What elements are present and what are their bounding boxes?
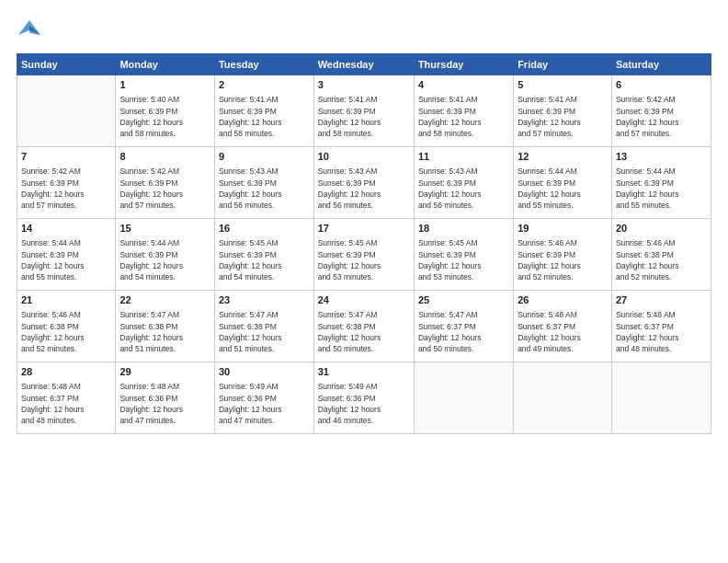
day-number: 13	[616, 150, 707, 164]
calendar-cell: 27Sunrise: 5:48 AM Sunset: 6:37 PM Dayli…	[611, 291, 711, 362]
day-info: Sunrise: 5:44 AM Sunset: 6:39 PM Dayligh…	[616, 166, 707, 211]
day-number: 26	[518, 293, 608, 307]
day-info: Sunrise: 5:45 AM Sunset: 6:39 PM Dayligh…	[219, 237, 310, 282]
day-info: Sunrise: 5:42 AM Sunset: 6:39 PM Dayligh…	[21, 166, 111, 211]
day-info: Sunrise: 5:44 AM Sunset: 6:39 PM Dayligh…	[21, 237, 111, 282]
calendar-cell: 23Sunrise: 5:47 AM Sunset: 6:38 PM Dayli…	[214, 291, 313, 362]
calendar-cell: 22Sunrise: 5:47 AM Sunset: 6:38 PM Dayli…	[116, 291, 215, 362]
day-number: 12	[518, 150, 608, 164]
calendar-container: SundayMondayTuesdayWednesdayThursdayFrid…	[0, 0, 728, 563]
calendar-cell: 14Sunrise: 5:44 AM Sunset: 6:39 PM Dayli…	[17, 219, 116, 291]
day-number: 16	[219, 222, 310, 236]
day-info: Sunrise: 5:45 AM Sunset: 6:39 PM Dayligh…	[418, 237, 509, 282]
day-number: 7	[21, 150, 111, 164]
day-number: 22	[119, 293, 210, 307]
day-info: Sunrise: 5:46 AM Sunset: 6:39 PM Dayligh…	[518, 237, 608, 282]
day-number: 24	[318, 293, 410, 307]
day-number: 29	[119, 365, 210, 379]
week-row-4: 21Sunrise: 5:46 AM Sunset: 6:38 PM Dayli…	[17, 291, 711, 362]
day-info: Sunrise: 5:48 AM Sunset: 6:37 PM Dayligh…	[616, 309, 707, 354]
weekday-header-saturday: Saturday	[611, 54, 711, 75]
weekday-header-sunday: Sunday	[17, 54, 116, 75]
day-info: Sunrise: 5:47 AM Sunset: 6:37 PM Dayligh…	[418, 309, 509, 354]
day-number: 5	[518, 78, 608, 92]
day-number: 1	[119, 78, 210, 92]
day-info: Sunrise: 5:48 AM Sunset: 6:37 PM Dayligh…	[21, 381, 111, 426]
calendar-cell: 12Sunrise: 5:44 AM Sunset: 6:39 PM Dayli…	[514, 147, 612, 219]
week-row-2: 7Sunrise: 5:42 AM Sunset: 6:39 PM Daylig…	[17, 147, 711, 219]
day-number: 31	[318, 365, 410, 379]
calendar-cell: 24Sunrise: 5:47 AM Sunset: 6:38 PM Dayli…	[313, 291, 414, 362]
day-number: 14	[21, 222, 111, 236]
calendar-cell: 6Sunrise: 5:42 AM Sunset: 6:39 PM Daylig…	[611, 75, 711, 147]
day-info: Sunrise: 5:49 AM Sunset: 6:36 PM Dayligh…	[318, 381, 410, 426]
day-number: 15	[119, 222, 210, 236]
weekday-header-monday: Monday	[116, 54, 215, 75]
day-info: Sunrise: 5:45 AM Sunset: 6:39 PM Dayligh…	[318, 237, 410, 282]
calendar-cell: 25Sunrise: 5:47 AM Sunset: 6:37 PM Dayli…	[414, 291, 513, 362]
weekday-header-thursday: Thursday	[414, 54, 513, 75]
day-number: 19	[518, 222, 608, 236]
day-number: 2	[219, 78, 310, 92]
calendar-cell: 1Sunrise: 5:40 AM Sunset: 6:39 PM Daylig…	[116, 75, 215, 147]
day-number: 23	[219, 293, 310, 307]
calendar-cell: 11Sunrise: 5:43 AM Sunset: 6:39 PM Dayli…	[414, 147, 513, 219]
day-info: Sunrise: 5:42 AM Sunset: 6:39 PM Dayligh…	[119, 166, 210, 211]
day-number: 21	[21, 293, 111, 307]
week-row-3: 14Sunrise: 5:44 AM Sunset: 6:39 PM Dayli…	[17, 219, 711, 291]
calendar-cell	[611, 362, 711, 434]
day-number: 4	[418, 78, 509, 92]
day-info: Sunrise: 5:48 AM Sunset: 6:36 PM Dayligh…	[119, 381, 210, 426]
day-info: Sunrise: 5:44 AM Sunset: 6:39 PM Dayligh…	[119, 237, 210, 282]
day-number: 27	[616, 293, 707, 307]
calendar-cell: 28Sunrise: 5:48 AM Sunset: 6:37 PM Dayli…	[17, 362, 116, 434]
day-info: Sunrise: 5:43 AM Sunset: 6:39 PM Dayligh…	[318, 166, 410, 211]
calendar-cell: 30Sunrise: 5:49 AM Sunset: 6:36 PM Dayli…	[214, 362, 313, 434]
calendar-cell	[514, 362, 612, 434]
day-info: Sunrise: 5:41 AM Sunset: 6:39 PM Dayligh…	[318, 94, 410, 139]
day-info: Sunrise: 5:41 AM Sunset: 6:39 PM Dayligh…	[418, 94, 509, 139]
day-info: Sunrise: 5:41 AM Sunset: 6:39 PM Dayligh…	[219, 94, 310, 139]
day-info: Sunrise: 5:44 AM Sunset: 6:39 PM Dayligh…	[518, 166, 608, 211]
calendar-cell: 20Sunrise: 5:46 AM Sunset: 6:38 PM Dayli…	[611, 219, 711, 291]
week-row-1: 1Sunrise: 5:40 AM Sunset: 6:39 PM Daylig…	[17, 75, 711, 147]
calendar-cell: 7Sunrise: 5:42 AM Sunset: 6:39 PM Daylig…	[17, 147, 116, 219]
calendar-cell: 4Sunrise: 5:41 AM Sunset: 6:39 PM Daylig…	[414, 75, 513, 147]
calendar-cell: 15Sunrise: 5:44 AM Sunset: 6:39 PM Dayli…	[116, 219, 215, 291]
calendar-cell: 16Sunrise: 5:45 AM Sunset: 6:39 PM Dayli…	[214, 219, 313, 291]
day-info: Sunrise: 5:47 AM Sunset: 6:38 PM Dayligh…	[119, 309, 210, 354]
weekday-header-tuesday: Tuesday	[214, 54, 313, 75]
calendar-cell: 8Sunrise: 5:42 AM Sunset: 6:39 PM Daylig…	[116, 147, 215, 219]
calendar-cell: 29Sunrise: 5:48 AM Sunset: 6:36 PM Dayli…	[116, 362, 215, 434]
day-info: Sunrise: 5:43 AM Sunset: 6:39 PM Dayligh…	[418, 166, 509, 211]
calendar-cell: 31Sunrise: 5:49 AM Sunset: 6:36 PM Dayli…	[313, 362, 414, 434]
calendar-cell	[17, 75, 116, 147]
calendar-cell: 3Sunrise: 5:41 AM Sunset: 6:39 PM Daylig…	[313, 75, 414, 147]
calendar-cell: 10Sunrise: 5:43 AM Sunset: 6:39 PM Dayli…	[313, 147, 414, 219]
calendar-table: SundayMondayTuesdayWednesdayThursdayFrid…	[17, 53, 711, 434]
calendar-cell: 21Sunrise: 5:46 AM Sunset: 6:38 PM Dayli…	[17, 291, 116, 362]
day-number: 18	[418, 222, 509, 236]
weekday-header-friday: Friday	[514, 54, 612, 75]
day-number: 30	[219, 365, 310, 379]
header	[17, 17, 711, 46]
week-row-5: 28Sunrise: 5:48 AM Sunset: 6:37 PM Dayli…	[17, 362, 711, 434]
day-info: Sunrise: 5:41 AM Sunset: 6:39 PM Dayligh…	[518, 94, 608, 139]
day-info: Sunrise: 5:47 AM Sunset: 6:38 PM Dayligh…	[318, 309, 410, 354]
day-info: Sunrise: 5:46 AM Sunset: 6:38 PM Dayligh…	[616, 237, 707, 282]
day-number: 20	[616, 222, 707, 236]
calendar-cell: 9Sunrise: 5:43 AM Sunset: 6:39 PM Daylig…	[214, 147, 313, 219]
day-number: 25	[418, 293, 509, 307]
day-number: 17	[318, 222, 410, 236]
calendar-cell: 26Sunrise: 5:48 AM Sunset: 6:37 PM Dayli…	[514, 291, 612, 362]
day-info: Sunrise: 5:43 AM Sunset: 6:39 PM Dayligh…	[219, 166, 310, 211]
day-info: Sunrise: 5:42 AM Sunset: 6:39 PM Dayligh…	[616, 94, 707, 139]
calendar-cell: 18Sunrise: 5:45 AM Sunset: 6:39 PM Dayli…	[414, 219, 513, 291]
day-number: 8	[119, 150, 210, 164]
day-info: Sunrise: 5:47 AM Sunset: 6:38 PM Dayligh…	[219, 309, 310, 354]
day-number: 28	[21, 365, 111, 379]
day-number: 6	[616, 78, 707, 92]
calendar-cell: 17Sunrise: 5:45 AM Sunset: 6:39 PM Dayli…	[313, 219, 414, 291]
day-number: 10	[318, 150, 410, 164]
weekday-header-wednesday: Wednesday	[313, 54, 414, 75]
